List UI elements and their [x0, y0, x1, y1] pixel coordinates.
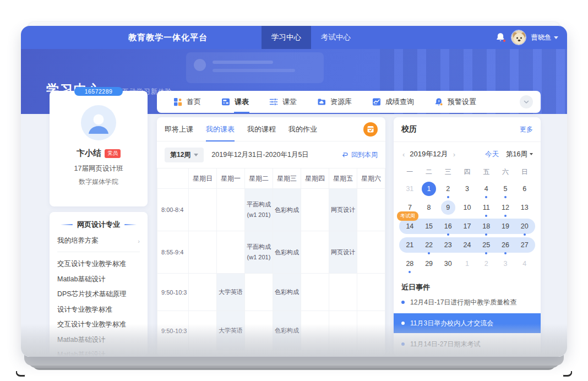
calendar-week-row-0: 31123456	[400, 179, 534, 198]
course-cell[interactable]: 色彩构成	[273, 231, 301, 274]
top-navbar: 教育教学一体化平台 学习中心考试中心 曹晓鱼	[21, 26, 567, 49]
course-cell[interactable]: 色彩构成	[273, 311, 301, 351]
calendar-day[interactable]: 26	[496, 236, 515, 254]
standard-doc-item-4[interactable]: 交互设计专业教学标准	[57, 317, 140, 333]
calendar-day[interactable]: 9	[438, 198, 458, 217]
empty-cell	[217, 231, 245, 274]
user-avatar[interactable]	[511, 30, 526, 45]
calendar-day[interactable]: 6	[515, 179, 534, 198]
calendar-day[interactable]: 30	[438, 254, 458, 273]
calendar-day[interactable]: 13	[515, 198, 534, 217]
standard-doc-item-0[interactable]: 交互设计专业教学标准	[57, 257, 140, 272]
student-name: 卞小结	[77, 148, 101, 159]
module-tab-4[interactable]: A+成绩查询	[372, 91, 415, 113]
standard-doc-item-3[interactable]: 设计专业教学标准	[57, 302, 140, 318]
page: 教育教学一体化平台 学习中心考试中心 曹晓鱼	[0, 0, 588, 381]
calendar-day[interactable]: 31	[400, 179, 420, 198]
calendar-day[interactable]: 2	[477, 254, 496, 273]
course-cell[interactable]: 网页设计	[329, 189, 357, 231]
collapse-chevron-button[interactable]	[520, 95, 533, 108]
course-cell[interactable]: 大学英语	[217, 311, 245, 351]
calendar-day[interactable]: 2	[438, 179, 458, 198]
calendar-day[interactable]: 10	[458, 198, 477, 217]
course-cell[interactable]: 网页设计	[329, 231, 357, 274]
calendar-day[interactable]: 4	[477, 179, 496, 198]
calendar-more-link[interactable]: 更多	[520, 125, 533, 134]
module-tab-3[interactable]: 资源库	[317, 91, 352, 113]
schedule-subtab-3[interactable]: 我的作业	[288, 117, 317, 141]
empty-cell	[245, 274, 273, 311]
calendar-day[interactable]: 17	[458, 217, 477, 236]
today-button[interactable]: 今天	[485, 150, 499, 159]
empty-cell	[301, 189, 329, 231]
standard-doc-item-2[interactable]: DPS芯片技术基础原理	[57, 287, 140, 302]
calendar-week-row-2: 考试周14151617181920	[400, 217, 534, 236]
course-cell[interactable]: 平面构成 (w1 201)	[245, 189, 273, 231]
calendar-day[interactable]: 3	[458, 179, 477, 198]
module-tab-2[interactable]: 课堂	[269, 91, 297, 113]
standard-doc-item-6[interactable]: Matlab基础设计	[57, 347, 140, 357]
homework-calendar-icon[interactable]	[363, 122, 378, 137]
course-cell[interactable]: 色彩构成	[273, 274, 301, 311]
time-slot-label: 9:50-10:3	[157, 274, 189, 311]
calendar-day[interactable]: 20	[515, 217, 534, 236]
module-tab-5[interactable]: 预警设置	[434, 91, 477, 113]
calendar-day[interactable]: 28	[400, 254, 420, 273]
schedule-subtab-0[interactable]: 即将上课	[165, 117, 193, 141]
calendar-day[interactable]: 1	[458, 254, 477, 273]
calendar-day[interactable]: 22	[420, 236, 439, 254]
calendar-day[interactable]: 3	[496, 254, 515, 273]
schedule-subtabs: 即将上课我的课表我的课程我的作业	[157, 117, 385, 141]
training-plan-item[interactable]: 我的培养方案 ›	[57, 236, 140, 252]
schedule-subtab-1[interactable]: 我的课表	[206, 117, 235, 141]
prev-month-arrow[interactable]: ‹	[401, 150, 406, 159]
empty-cell	[357, 231, 385, 274]
calendar-day[interactable]: 29	[420, 254, 439, 273]
day-header: 星期二	[245, 168, 273, 189]
week-dropdown[interactable]: 第12周	[165, 148, 204, 162]
time-slot-label: 8:00-8:4	[157, 189, 189, 231]
event-item-0[interactable]: 12月4日-17日进行期中教学质量检查	[394, 292, 541, 312]
calendar-day[interactable]: 23	[438, 236, 458, 254]
empty-cell	[217, 189, 245, 231]
schedule-subtab-2[interactable]: 我的课程	[247, 117, 276, 141]
major-menu-card: 网页设计专业 我的培养方案 › 交互设计专业教学标准Matlab基础设计DPS芯…	[50, 212, 148, 357]
notification-bell-icon[interactable]	[495, 32, 506, 43]
standard-doc-item-1[interactable]: Matlab基础设计	[57, 272, 140, 287]
course-cell[interactable]: 色彩构成	[273, 189, 301, 231]
calendar-day[interactable]: 4	[515, 254, 534, 273]
calendar-day[interactable]: 19	[496, 217, 515, 236]
calendar-day[interactable]: 11	[477, 198, 496, 217]
decorative-line	[124, 224, 137, 225]
empty-cell	[301, 274, 329, 311]
calendar-day[interactable]: 25	[477, 236, 496, 254]
event-item-1[interactable]: 11月3日举办校内人才交流会	[394, 313, 541, 333]
course-cell[interactable]: 平面构成 (w1 201)	[245, 231, 273, 274]
calendar-day[interactable]: 15	[420, 217, 439, 236]
student-class: 17届网页设计班	[50, 164, 148, 173]
calendar-day[interactable]: 12	[496, 198, 515, 217]
calendar-week-row-3: 21222324252627	[400, 236, 534, 254]
calendar-day[interactable]: 8	[420, 198, 439, 217]
calendar-day[interactable]: 21	[400, 236, 420, 254]
module-tab-label: 资源库	[330, 91, 352, 113]
calendar-day[interactable]: 27	[515, 236, 534, 254]
module-tab-0[interactable]: 首页	[173, 91, 202, 113]
user-menu[interactable]: 曹晓鱼	[531, 33, 559, 42]
calendar-day[interactable]: 24	[458, 236, 477, 254]
back-to-current-week-link[interactable]: 回到本周	[341, 150, 378, 160]
topnav-item-0[interactable]: 学习中心	[262, 26, 311, 49]
module-tab-1[interactable]: 课表	[221, 91, 249, 113]
next-month-arrow[interactable]: ›	[452, 150, 456, 159]
calendar-day[interactable]: 5	[496, 179, 515, 198]
calendar-day[interactable]: 16	[438, 217, 458, 236]
standard-doc-item-5[interactable]: Matlab基础设计	[57, 333, 140, 348]
event-item-2[interactable]: 11月14日-27日期末考试	[394, 334, 541, 354]
calendar-day[interactable]: 18	[477, 217, 496, 236]
week-number-dropdown[interactable]: 第16周	[506, 150, 533, 159]
calendar-day[interactable]: 1	[420, 179, 439, 198]
day-header	[157, 168, 189, 189]
topnav-item-1[interactable]: 考试中心	[311, 26, 361, 49]
chevron-right-icon: ›	[138, 238, 140, 244]
course-cell[interactable]: 大学英语	[217, 274, 245, 311]
